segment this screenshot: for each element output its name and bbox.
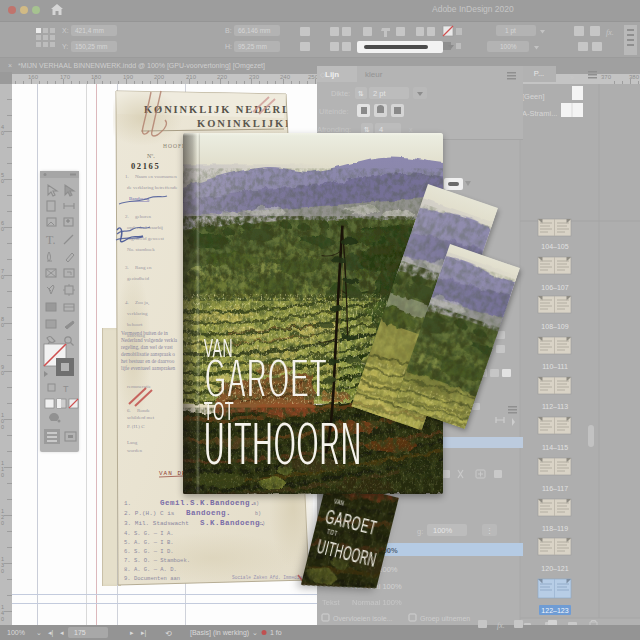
svg-text:Tekst: Tekst (322, 598, 340, 607)
svg-text:Groep uitnemen: Groep uitnemen (420, 615, 470, 623)
svg-text:Overvloeien isole...: Overvloeien isole... (333, 615, 393, 622)
svg-text:g:: g: (417, 527, 423, 536)
svg-text:100%: 100% (433, 526, 453, 535)
svg-text:fx.: fx. (497, 621, 505, 630)
svg-text:⋮: ⋮ (486, 527, 493, 534)
svg-text:UITHOORN: UITHOORN (204, 408, 362, 478)
svg-text:UITHOORN: UITHOORN (315, 534, 379, 572)
